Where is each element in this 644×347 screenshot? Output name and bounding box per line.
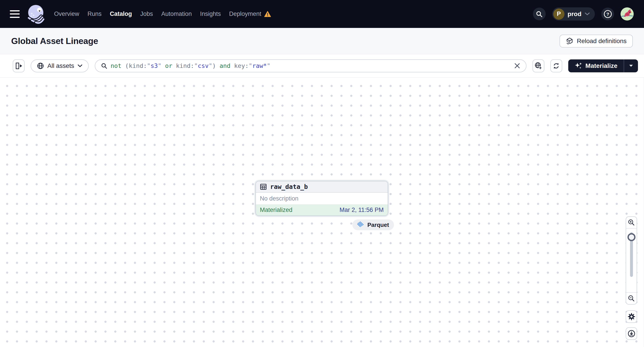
hamburger-menu-icon[interactable] [10, 10, 20, 18]
globe-icon [37, 62, 44, 69]
asset-status: Materialized [260, 207, 292, 213]
asset-filter-label: All assets [47, 62, 74, 69]
global-search-button[interactable] [533, 7, 546, 20]
nav-item-automation[interactable]: Automation [161, 10, 192, 17]
page-header: Global Asset Lineage Reload definitions [0, 28, 644, 54]
asset-filter-dropdown[interactable]: All assets [30, 59, 89, 72]
zoom-controls [626, 216, 637, 305]
parquet-icon [357, 221, 364, 228]
asset-description: No description [256, 193, 388, 204]
reload-cube-icon [566, 37, 574, 45]
reload-definitions-label: Reload definitions [577, 37, 626, 45]
asset-materialized-timestamp: Mar 2, 11:56 PM [340, 207, 384, 213]
asset-name: raw_data_b [270, 183, 308, 190]
search-icon [536, 11, 542, 17]
environment-initial-badge: P [553, 8, 564, 20]
user-avatar[interactable] [620, 7, 634, 20]
help-button[interactable]: ? [601, 7, 614, 20]
clear-search-button[interactable] [514, 63, 520, 69]
refresh-icon [552, 62, 560, 70]
zoom-in-button[interactable] [626, 217, 637, 229]
navbar-right: P prod ? [533, 7, 634, 20]
reload-definitions-button[interactable]: Reload definitions [560, 35, 633, 47]
nav-item-label: Automation [161, 10, 192, 17]
open-side-panel-button[interactable] [13, 59, 24, 72]
nav-item-deployment[interactable]: Deployment [229, 10, 271, 17]
svg-text:?: ? [606, 11, 609, 16]
graph-settings-button[interactable] [626, 310, 637, 323]
download-icon [628, 330, 636, 338]
close-icon [514, 63, 520, 69]
nav-item-label: Deployment [229, 10, 261, 17]
zoom-out-button[interactable] [626, 292, 637, 304]
question-mark-icon: ? [604, 10, 612, 18]
asset-node-header: raw_data_b [256, 181, 388, 193]
warning-triangle-icon [264, 11, 271, 17]
download-graph-button[interactable] [626, 327, 637, 340]
asset-node-footer: Materialized Mar 2, 11:56 PM [256, 204, 388, 216]
zoom-out-icon [628, 295, 635, 302]
search-icon [101, 63, 107, 69]
page-title: Global Asset Lineage [11, 36, 98, 46]
gear-icon [628, 313, 636, 321]
environment-switcher[interactable]: P prod [552, 7, 595, 20]
nav-item-overview[interactable]: Overview [54, 10, 79, 17]
dagster-logo[interactable] [26, 4, 45, 24]
materialize-options-button[interactable] [624, 59, 638, 72]
view-full-graph-button[interactable] [532, 59, 544, 72]
kind-badge-parquet[interactable]: Parquet [352, 220, 394, 230]
refresh-button[interactable] [550, 59, 562, 72]
nav-item-label: Overview [54, 10, 79, 17]
nav-item-insights[interactable]: Insights [200, 10, 221, 17]
chevron-down-icon [584, 12, 590, 16]
materialize-label: Materialize [586, 62, 618, 69]
materialize-split-button: Materialize [568, 59, 638, 72]
caret-down-icon [629, 64, 633, 67]
zoom-slider[interactable] [626, 229, 637, 292]
nav-item-label: Catalog [110, 10, 132, 17]
search-query-text: not (kind:"s3" or kind:"csv") and key:"r… [110, 62, 270, 69]
nav-item-label: Runs [88, 10, 102, 17]
lineage-graph-canvas[interactable]: raw_data_b No description Materialized M… [0, 77, 644, 347]
environment-name: prod [568, 10, 582, 18]
materialize-button[interactable]: Materialize [568, 59, 624, 72]
zoom-in-icon [628, 219, 635, 226]
primary-nav: OverviewRunsCatalogJobsAutomationInsight… [54, 10, 271, 17]
panel-open-icon [15, 62, 23, 70]
asset-node-raw-data-b[interactable]: raw_data_b No description Materialized M… [256, 181, 388, 216]
nav-item-label: Jobs [140, 10, 153, 17]
chevron-down-icon [78, 64, 82, 67]
sparkles-icon [574, 62, 582, 70]
nav-item-runs[interactable]: Runs [88, 10, 102, 17]
cardinal-bird-avatar [620, 7, 634, 20]
nav-item-jobs[interactable]: Jobs [140, 10, 153, 17]
table-icon [260, 184, 267, 190]
top-navbar: OverviewRunsCatalogJobsAutomationInsight… [0, 0, 644, 28]
asset-search-input[interactable]: not (kind:"s3" or kind:"csv") and key:"r… [95, 59, 526, 72]
kind-badge-label: Parquet [367, 222, 389, 228]
lineage-toolbar: All assets not (kind:"s3" or kind:"csv")… [0, 54, 644, 77]
nav-item-catalog[interactable]: Catalog [110, 10, 132, 17]
globe-add-icon [534, 62, 542, 70]
zoom-slider-thumb[interactable] [628, 233, 636, 241]
nav-item-label: Insights [200, 10, 221, 17]
